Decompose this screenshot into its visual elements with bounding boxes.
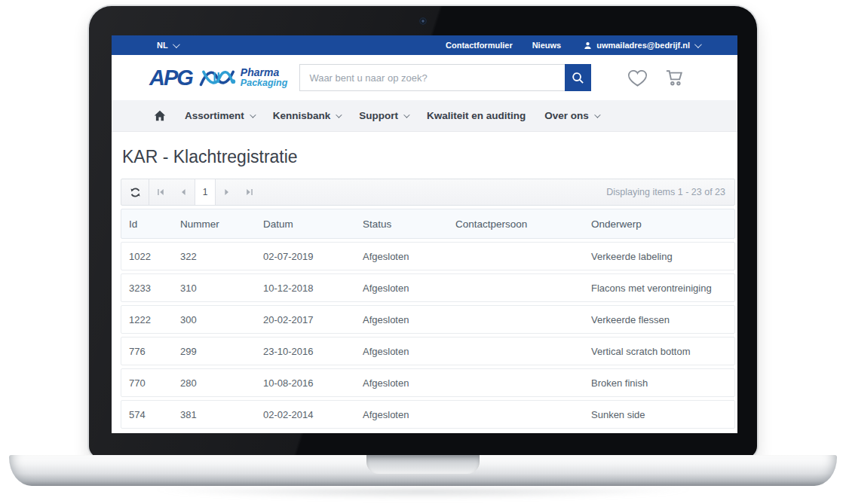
browser-viewport: NL Contactformulier Nieuws uwmailadres@b… <box>112 35 737 433</box>
table-row[interactable]: 574 381 02-02-2014 Afgesloten Sunken sid… <box>121 400 735 429</box>
cell-onderwerp: Sunken side <box>591 409 734 420</box>
webcam <box>419 17 427 25</box>
column-header-contactpersoon[interactable]: Contactpersoon <box>455 218 591 230</box>
page-number-box <box>195 179 216 205</box>
chevron-down-icon <box>694 41 702 48</box>
first-page-icon <box>156 188 165 197</box>
column-header-nummer[interactable]: Nummer <box>180 218 263 230</box>
grid-toolbar: Displaying items 1 - 23 of 23 <box>121 179 735 206</box>
page-title: KAR - Klachtregistratie <box>122 147 735 167</box>
user-icon <box>584 41 592 50</box>
table-row[interactable]: 770 280 10-08-2016 Afgesloten Broken fin… <box>121 368 735 397</box>
column-header-datum[interactable]: Datum <box>263 218 363 230</box>
search-icon <box>572 72 584 84</box>
cell-status: Afgesloten <box>363 251 455 262</box>
cell-onderwerp: Flacons met verontreiniging <box>591 283 734 294</box>
nav-label: Kennisbank <box>273 110 331 121</box>
nav-label: Over ons <box>544 110 589 121</box>
cell-nummer: 299 <box>180 346 263 357</box>
cell-status: Afgesloten <box>363 377 455 389</box>
chevron-down-icon <box>336 111 342 118</box>
chevron-down-icon <box>250 111 256 118</box>
page-content: KAR - Klachtregistratie <box>112 147 737 429</box>
heart-icon <box>627 69 648 87</box>
logo-text: Pharma Packaging <box>241 67 288 88</box>
nav-item-over-ons[interactable]: Over ons <box>544 110 599 121</box>
nav-item-support[interactable]: Support <box>359 110 408 121</box>
cell-id: 574 <box>129 409 180 420</box>
prev-page-button[interactable] <box>172 179 195 205</box>
laptop-lid-notch <box>366 455 480 474</box>
account-menu[interactable]: uwmailadres@bedrijf.nl <box>584 41 700 50</box>
cart-icon <box>664 68 685 87</box>
table-row[interactable]: 776 299 23-10-2016 Afgesloten Vertical s… <box>121 337 735 365</box>
cell-id: 3233 <box>129 283 180 294</box>
column-header-onderwerp[interactable]: Onderwerp <box>591 218 734 230</box>
nav-label: Kwaliteit en auditing <box>427 110 526 121</box>
wishlist-button[interactable] <box>627 69 648 87</box>
table-row[interactable]: 3233 310 10-12-2018 Afgesloten Flacons m… <box>121 273 735 302</box>
language-label: NL <box>157 41 168 50</box>
cart-button[interactable] <box>664 68 685 87</box>
next-page-button[interactable] <box>216 179 238 205</box>
refresh-icon <box>130 187 141 198</box>
table-header-row: Id Nummer Datum Status Contactpersoon On… <box>121 209 735 239</box>
cell-nummer: 310 <box>180 283 263 294</box>
site-logo[interactable]: APG Pharma Packaging <box>149 64 287 91</box>
cell-status: Afgesloten <box>363 346 455 357</box>
dna-logo-icon <box>197 64 236 91</box>
logo-abbr: APG <box>149 67 192 89</box>
last-page-icon <box>245 188 254 197</box>
site-search <box>299 64 591 91</box>
first-page-button[interactable] <box>149 179 172 205</box>
cell-nummer: 280 <box>180 377 263 389</box>
cell-onderwerp: Verkeerde flessen <box>591 314 734 325</box>
nav-home[interactable] <box>154 110 166 121</box>
cell-id: 1222 <box>129 314 180 325</box>
laptop-mockup: NL Contactformulier Nieuws uwmailadres@b… <box>0 0 846 504</box>
table-row[interactable]: 1022 322 02-07-2019 Afgesloten Verkeerde… <box>121 242 735 270</box>
cell-nummer: 322 <box>180 251 263 262</box>
contact-form-link[interactable]: Contactformulier <box>446 41 513 50</box>
search-button[interactable] <box>565 64 591 91</box>
nav-item-kennisbank[interactable]: Kennisbank <box>273 110 341 121</box>
cell-datum: 10-08-2016 <box>263 377 363 389</box>
laptop-bezel: NL Contactformulier Nieuws uwmailadres@b… <box>89 6 757 458</box>
column-header-id[interactable]: Id <box>129 218 180 230</box>
cell-status: Afgesloten <box>363 409 455 420</box>
prev-page-icon <box>179 188 188 197</box>
last-page-button[interactable] <box>238 179 261 205</box>
site-header: APG Pharma Packaging <box>112 55 737 100</box>
chevron-down-icon <box>403 111 409 118</box>
nav-item-assortiment[interactable]: Assortiment <box>185 110 254 121</box>
page-number-input[interactable] <box>196 187 214 197</box>
news-link[interactable]: Nieuws <box>532 41 562 50</box>
main-nav: Assortiment Kennisbank Support Kwaliteit… <box>112 100 737 132</box>
cell-onderwerp: Vertical scratch bottom <box>591 346 734 357</box>
next-page-icon <box>222 188 231 197</box>
language-selector[interactable]: NL <box>157 41 178 50</box>
cell-onderwerp: Verkeerde labeling <box>591 251 734 262</box>
cell-nummer: 381 <box>180 409 263 420</box>
logo-line1: Pharma <box>241 67 288 78</box>
cell-datum: 02-07-2019 <box>263 251 363 262</box>
logo-line2: Packaging <box>241 78 288 88</box>
cell-id: 776 <box>129 346 180 357</box>
column-header-status[interactable]: Status <box>363 218 455 230</box>
search-input[interactable] <box>299 64 565 91</box>
cell-status: Afgesloten <box>363 314 455 325</box>
cell-datum: 23-10-2016 <box>263 346 363 357</box>
cell-onderwerp: Broken finish <box>591 377 734 389</box>
laptop-reflection <box>45 489 801 502</box>
chevron-down-icon <box>594 111 600 118</box>
nav-item-kwaliteit-en-auditing[interactable]: Kwaliteit en auditing <box>427 110 526 121</box>
cell-id: 1022 <box>129 251 180 262</box>
cell-datum: 20-02-2017 <box>263 314 363 325</box>
chevron-down-icon <box>173 41 180 48</box>
nav-label: Assortiment <box>185 110 244 121</box>
cell-datum: 10-12-2018 <box>263 283 363 294</box>
table-row[interactable]: 1222 300 20-02-2017 Afgesloten Verkeerde… <box>121 305 735 334</box>
cell-datum: 02-02-2014 <box>263 409 363 420</box>
cell-status: Afgesloten <box>363 283 455 294</box>
refresh-button[interactable] <box>121 179 149 205</box>
